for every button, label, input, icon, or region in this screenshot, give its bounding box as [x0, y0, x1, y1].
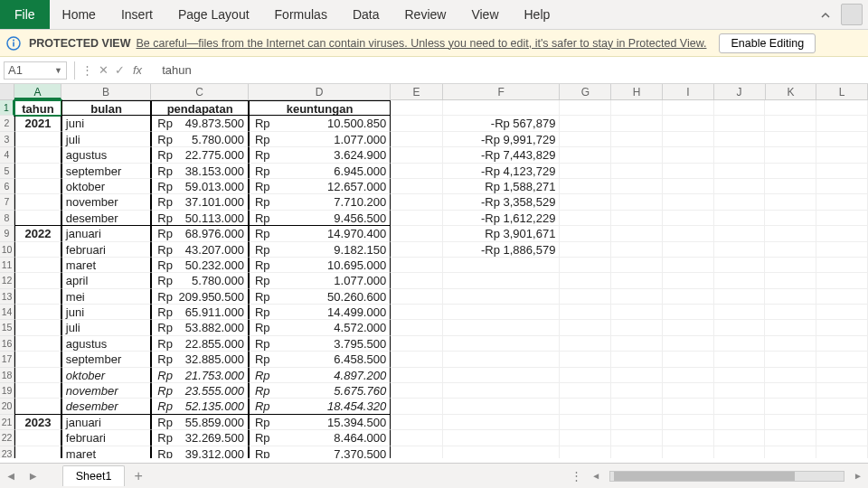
cell-empty[interactable] — [663, 147, 714, 163]
cell-keuntungan[interactable]: Rp9.456.500 — [249, 211, 391, 226]
cell-empty[interactable] — [816, 446, 868, 458]
cell-empty[interactable] — [663, 430, 714, 446]
cell-f-value[interactable]: -Rp 4,123,729 — [443, 164, 560, 179]
row-header[interactable]: 9 — [0, 226, 14, 241]
cell-pendapatan[interactable]: Rp59.013.000 — [151, 179, 249, 194]
cell-empty[interactable] — [765, 100, 816, 116]
cell-keuntungan[interactable]: Rp14.970.400 — [249, 226, 391, 241]
cell-empty[interactable] — [663, 179, 714, 194]
cell-empty[interactable] — [391, 305, 443, 320]
name-box-dropdown-icon[interactable]: ▼ — [54, 66, 62, 75]
col-header-f[interactable]: F — [443, 84, 560, 99]
tab-data[interactable]: Data — [340, 0, 392, 29]
cell-pendapatan[interactable]: Rp22.775.000 — [151, 147, 249, 163]
cell-f-value[interactable] — [443, 352, 560, 367]
cell-empty[interactable] — [816, 179, 868, 194]
cell-f-value[interactable]: -Rp 1,886,579 — [443, 242, 560, 258]
cell-empty[interactable] — [611, 289, 663, 305]
cell-f-value[interactable] — [443, 289, 560, 305]
cell-empty[interactable] — [611, 383, 663, 399]
cell-tahun[interactable]: 2022 — [14, 226, 61, 241]
row-header[interactable]: 7 — [0, 194, 14, 210]
cell-tahun[interactable] — [14, 352, 61, 367]
cell-tahun[interactable] — [14, 147, 61, 163]
cell-keuntungan[interactable]: Rp4.897.200 — [249, 368, 391, 383]
cell-empty[interactable] — [714, 242, 766, 258]
dropdown-icon[interactable]: ⋮ — [79, 63, 95, 77]
cell-empty[interactable] — [560, 336, 611, 352]
cell-empty[interactable] — [816, 226, 868, 241]
cell-empty[interactable] — [765, 320, 816, 335]
row-header[interactable]: 20 — [0, 399, 14, 414]
cell-keuntungan[interactable]: Rp1.077.000 — [249, 132, 391, 147]
cell-tahun[interactable] — [14, 336, 61, 352]
cell-tahun[interactable] — [14, 273, 61, 288]
cell-empty[interactable] — [611, 273, 663, 288]
cell-empty[interactable] — [391, 226, 443, 241]
cell-empty[interactable] — [663, 305, 714, 320]
row-header[interactable]: 5 — [0, 164, 14, 179]
cell-empty[interactable] — [663, 242, 714, 258]
row-header[interactable]: 15 — [0, 320, 14, 335]
cell-empty[interactable] — [714, 273, 766, 288]
row-header[interactable]: 1 — [0, 100, 14, 116]
cell-tahun[interactable] — [14, 446, 61, 458]
cell-keuntungan[interactable]: Rp6.458.500 — [249, 352, 391, 367]
cell-empty[interactable] — [714, 305, 766, 320]
cell-f-value[interactable] — [443, 415, 560, 430]
cell-tahun[interactable] — [14, 179, 61, 194]
cell-empty[interactable] — [663, 446, 714, 458]
cell-empty[interactable] — [611, 242, 663, 258]
cell-empty[interactable] — [816, 116, 868, 131]
enable-editing-button[interactable]: Enable Editing — [719, 33, 816, 53]
cell-tahun[interactable] — [14, 305, 61, 320]
cell-bulan[interactable]: april — [61, 273, 152, 288]
cell-bulan[interactable]: agustus — [61, 336, 152, 352]
cell-keuntungan[interactable]: Rp50.260.600 — [249, 289, 391, 305]
row-header[interactable]: 10 — [0, 242, 14, 258]
col-header-i[interactable]: I — [663, 84, 714, 99]
cell-empty[interactable] — [391, 446, 443, 458]
cell-empty[interactable] — [663, 273, 714, 288]
cell-empty[interactable] — [663, 164, 714, 179]
cell-empty[interactable] — [714, 179, 766, 194]
cell-pendapatan[interactable]: Rp22.855.000 — [151, 336, 249, 352]
cell-keuntungan[interactable]: Rp15.394.500 — [249, 415, 391, 430]
cell-empty[interactable] — [611, 320, 663, 335]
cell-tahun[interactable] — [14, 368, 61, 383]
cell-f-value[interactable]: Rp 1,588,271 — [443, 179, 560, 194]
cell-empty[interactable] — [391, 430, 443, 446]
cell-empty[interactable] — [714, 383, 766, 399]
cell-empty[interactable] — [816, 273, 868, 288]
cell-empty[interactable] — [611, 258, 663, 273]
cell-empty[interactable] — [714, 100, 766, 116]
cell-empty[interactable] — [560, 430, 611, 446]
cell-bulan[interactable]: januari — [61, 226, 152, 241]
cell-bulan[interactable]: oktober — [61, 179, 152, 194]
cell-empty[interactable] — [663, 116, 714, 131]
cell-header-bulan[interactable]: bulan — [61, 100, 152, 116]
cell-tahun[interactable] — [14, 211, 61, 226]
cell-empty[interactable] — [816, 211, 868, 226]
cell-empty[interactable] — [391, 336, 443, 352]
name-box[interactable]: A1 ▼ — [4, 61, 67, 80]
cell-empty[interactable] — [663, 320, 714, 335]
row-header[interactable]: 19 — [0, 383, 14, 399]
cell-empty[interactable] — [816, 164, 868, 179]
cell-f-value[interactable]: -Rp 7,443,829 — [443, 147, 560, 163]
cell-empty[interactable] — [560, 258, 611, 273]
row-header[interactable]: 2 — [0, 116, 14, 131]
cell-empty[interactable] — [611, 194, 663, 210]
cell-keuntungan[interactable]: Rp7.370.500 — [249, 446, 391, 458]
cell-keuntungan[interactable]: Rp7.710.200 — [249, 194, 391, 210]
cell-f-value[interactable] — [443, 273, 560, 288]
cell-empty[interactable] — [560, 194, 611, 210]
row-header[interactable]: 11 — [0, 258, 14, 273]
cell-empty[interactable] — [765, 415, 816, 430]
cell-pendapatan[interactable]: Rp43.207.000 — [151, 242, 249, 258]
cell-empty[interactable] — [714, 336, 766, 352]
cell-empty[interactable] — [816, 258, 868, 273]
cell-keuntungan[interactable]: Rp14.499.000 — [249, 305, 391, 320]
cell-empty[interactable] — [816, 147, 868, 163]
cell-empty[interactable] — [765, 194, 816, 210]
